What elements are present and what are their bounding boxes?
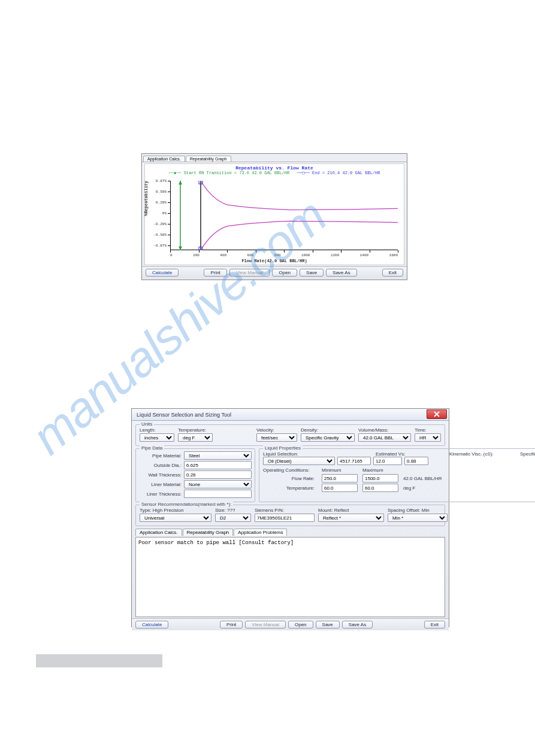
units-group-title: Units [140,421,154,427]
exit-button[interactable]: Exit [382,269,403,277]
flow-rate-label: Flow Rate: [263,476,317,481]
density-select[interactable]: Specific Gravity [301,433,355,442]
sensor-recommendations-group: Sensor Recommendations(marked with *): T… [135,505,445,526]
tab-application-calcs[interactable]: Application Calcs. [143,156,185,162]
length-select[interactable]: inches [140,433,174,442]
content-tabs: Application Calcs. Repeatability Graph A… [135,529,445,536]
est-vs-input[interactable] [337,457,371,465]
sensor-size-label: Size: ??? [215,508,251,513]
units-group: Units Length:inches Temperature:deg F Ve… [135,424,445,446]
kin-visc-label: Kinematic Visc. (cS): [449,451,518,457]
temperature-label: Temperature: [178,427,213,433]
sensor-mount-select[interactable]: Reflect * [318,514,384,522]
wall-thickness-input[interactable] [184,470,252,479]
max-label: Maximum [362,467,398,473]
calculate-button[interactable]: Calculate [135,621,168,629]
x-tick-labels: 02004006008001000120014001600 [170,253,398,257]
sensor-pn-input[interactable] [255,514,315,522]
pipe-material-label: Pipe Material: [140,453,184,459]
op-temp-max-input[interactable] [362,484,398,492]
exit-button[interactable]: Exit [424,621,445,629]
y-tick-labels: 0.87%0.58%0.29%0%-0.29%-0.58%-0.87% [146,180,167,255]
close-button[interactable] [427,409,447,419]
outside-dia-label: Outside Dia.: [140,463,184,468]
save-as-button[interactable]: Save As [342,621,373,629]
chart-legend: ──◆── Start RN Transition = 73.6 42.0 GA… [145,171,404,175]
op-temp-label: Temperature: [263,485,317,491]
velocity-label: Velocity: [256,427,297,433]
density-label: Density: [301,427,355,433]
x-axis-title: Flow Rate(42.0 GAL BBL/HR) [145,259,404,263]
volmass-select[interactable]: 42.0 GAL BBL [358,433,411,442]
liquid-properties-group: Liquid Properties Liquid Selection: Esti… [259,448,535,502]
graph-tabs: Application Calcs. Repeatability Graph [142,154,407,162]
save-button[interactable]: Save [300,269,324,277]
liner-thickness-label: Liner Thickness: [140,491,184,497]
print-button[interactable]: Print [204,269,226,277]
est-vs-label: Estimated Vs: [376,451,412,457]
liner-material-select[interactable]: None [184,480,252,488]
redacted-block [36,654,162,667]
liner-thickness-input[interactable] [184,490,252,498]
tab-repeatability-graph[interactable]: Repeatability Graph [186,156,231,162]
liner-material-label: Liner Material: [140,482,184,487]
open-button[interactable]: Open [288,621,313,629]
sg-input[interactable] [404,457,428,465]
sizing-tool-dialog: Liquid Sensor Selection and Sizing Tool … [131,408,449,627]
tab-repeat-graph[interactable]: Repeatability Graph [183,529,234,536]
liquid-selection-select[interactable]: Oil (Diesel) [263,457,335,465]
sensor-spacing-select[interactable]: Min * [388,514,448,522]
dialog-button-bar: Calculate Print View Manual Open Save Sa… [132,618,449,630]
pipe-group-title: Pipe Data [140,445,164,451]
time-select[interactable]: HR [415,433,441,442]
flow-rate-unit: 42.0 GAL BBL/HR [403,476,451,481]
sensor-group-title: Sensor Recommendations(marked with *): [140,502,233,507]
save-button[interactable]: Save [316,621,340,629]
legend-start: Start RN Transition = 73.6 42.0 GAL BBL/… [184,171,289,175]
temperature-select[interactable]: deg F [178,433,213,442]
sensor-pn-label: Siemens P/N: [255,508,315,513]
chart-curves [170,181,398,250]
op-temp-unit: deg F [403,485,451,491]
sensor-size-select[interactable]: D2 [215,514,251,522]
chart-area: Repeatability vs. Flow Rate ──◆── Start … [144,163,404,265]
liquid-selection-label: Liquid Selection: [263,451,373,457]
repeatability-graph-window: Application Calcs. Repeatability Graph R… [141,153,407,280]
operating-conditions-label: Operating Conditions: [263,467,317,473]
wall-thickness-label: Wall Thickness: [140,472,184,478]
print-button[interactable]: Print [220,621,243,629]
sensor-type-label: Type: High Precision [140,508,211,513]
graph-button-bar: Calculate Print View Manual Open Save Sa… [142,266,407,278]
sg-label: Specific Gravity: [520,451,535,457]
svg-marker-1 [179,181,182,184]
kin-visc-input[interactable] [373,457,402,465]
view-manual-button[interactable]: View Manual [245,621,286,629]
sensor-type-select[interactable]: Universal [140,514,211,522]
svg-marker-2 [179,247,182,250]
calculate-button[interactable]: Calculate [146,269,179,277]
op-temp-min-input[interactable] [322,484,358,492]
tab-app-calcs[interactable]: Application Calcs. [135,529,182,536]
view-manual-button[interactable]: View Manual [229,269,270,277]
outside-dia-input[interactable] [184,461,252,469]
open-button[interactable]: Open [272,269,297,277]
flow-rate-max-input[interactable] [362,474,398,482]
dialog-title: Liquid Sensor Selection and Sizing Tool [137,412,231,418]
flow-rate-min-input[interactable] [322,474,358,482]
legend-end: End = 216.4 42.0 GAL BBL/HR [312,171,380,175]
length-label: Length: [140,427,174,433]
pipe-material-select[interactable]: Steel [184,451,252,460]
velocity-select[interactable]: feet/sec [256,433,297,442]
liquid-group-title: Liquid Properties [263,445,303,451]
sensor-mount-label: Mount: Reflect [318,508,384,513]
min-label: Minimum [322,467,358,473]
problems-text-area: Poor sensor match to pipe wall [Consult … [135,537,445,617]
time-label: Time: [415,427,441,433]
volmass-label: Volume/Mass: [358,427,411,433]
save-as-button[interactable]: Save As [326,269,356,277]
dialog-titlebar: Liquid Sensor Selection and Sizing Tool [132,409,449,421]
pipe-data-group: Pipe Data Pipe Material:Steel Outside Di… [135,448,255,502]
chart-title: Repeatability vs. Flow Rate [145,164,404,171]
sensor-spacing-label: Spacing Offset: Min [388,508,448,513]
tab-app-problems[interactable]: Application Problems [234,529,287,536]
